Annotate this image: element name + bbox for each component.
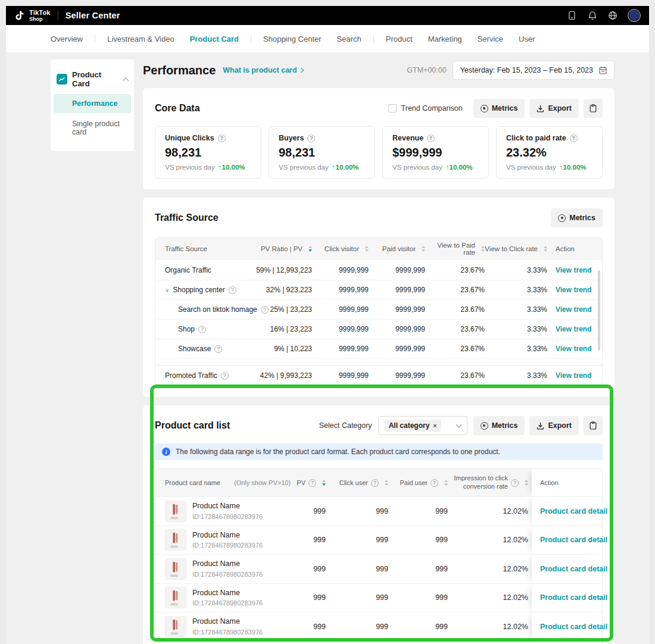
traffic-source-name: Organic Traffic: [165, 266, 211, 274]
col-action: Action: [532, 469, 602, 496]
nav-item[interactable]: Product: [386, 35, 413, 43]
nav-item[interactable]: [251, 35, 251, 43]
change-badge: ↑10.00%: [219, 164, 245, 171]
view-to-click-value: 3.33%: [485, 371, 547, 380]
help-icon[interactable]: ?: [214, 345, 222, 353]
core-data-panel: Core Data Trend Comparison Metrics Expor…: [143, 88, 615, 189]
paid-visitor-value: 9999,999: [369, 266, 425, 274]
sidebar-item[interactable]: Performance: [54, 94, 131, 113]
col-paid-visitor[interactable]: Paid visitor: [369, 245, 425, 252]
help-icon[interactable]: ?: [221, 372, 229, 380]
help-icon[interactable]: [308, 479, 316, 487]
what-is-product-card-link[interactable]: What is product card: [223, 66, 302, 74]
view-trend-link[interactable]: View trend: [556, 345, 591, 353]
view-to-paid-value: 23.67%: [425, 286, 485, 294]
pv-value: 999: [290, 536, 326, 544]
metrics-button[interactable]: Metrics: [551, 208, 603, 227]
traffic-source-name: Promoted Traffic: [165, 371, 217, 380]
help-icon[interactable]: [371, 479, 379, 487]
nav-item[interactable]: [95, 35, 95, 43]
nav-item[interactable]: Marketing: [428, 35, 462, 43]
help-icon[interactable]: [307, 135, 315, 142]
product-card-list-panel: Product card list Select Category All ca…: [143, 405, 615, 644]
product-row: Product Name ID:17284678980283976 999 99…: [155, 641, 602, 644]
view-trend-link[interactable]: View trend: [556, 286, 591, 294]
promoted-traffic-row: Promoted Traffic ? 42% | 9,993,223 9999,…: [155, 365, 602, 386]
help-icon[interactable]: ?: [203, 365, 211, 365]
traffic-table: Traffic Source PV Ratio | PV Click visit…: [155, 237, 603, 386]
nav-item[interactable]: Shopping Center: [263, 35, 322, 43]
impression-rate-value: 12.02%: [448, 507, 528, 515]
help-icon[interactable]: [511, 479, 519, 487]
click-visitor-value: 9999,999: [312, 364, 369, 365]
device-icon[interactable]: [567, 11, 577, 21]
tag-close-icon[interactable]: ×: [433, 422, 436, 429]
col-pv[interactable]: PV: [290, 479, 326, 487]
col-paid-user[interactable]: Paid user: [388, 479, 448, 487]
col-click-user[interactable]: Click user: [326, 479, 388, 487]
col-view-to-paid[interactable]: View to Paid rate: [425, 242, 485, 256]
help-icon[interactable]: [431, 479, 438, 487]
chevron-right-icon: [298, 68, 303, 73]
nav-item[interactable]: Search: [337, 35, 361, 43]
col-pv-ratio[interactable]: PV Ratio | PV: [244, 245, 312, 252]
trend-comparison-checkbox[interactable]: Trend Comparison: [388, 104, 463, 112]
help-icon[interactable]: [427, 135, 435, 142]
globe-icon[interactable]: [607, 11, 617, 21]
pv-ratio-value: 25% | 23,223: [244, 305, 312, 314]
product-card-detail-link[interactable]: Product card detail: [540, 536, 607, 544]
bell-icon[interactable]: [587, 11, 597, 21]
col-impression-rate[interactable]: Impression to click conversion rate: [448, 474, 528, 491]
view-trend-link[interactable]: View trend: [556, 364, 591, 365]
traffic-source-name: Others: [178, 364, 199, 365]
expand-caret-icon[interactable]: ∨: [165, 287, 169, 293]
metric-value: 23.32%: [506, 146, 592, 160]
category-dropdown[interactable]: All category×: [378, 416, 467, 435]
view-to-click-value: 3.33%: [485, 325, 547, 333]
sidebar-item[interactable]: Single product card: [54, 114, 131, 142]
sidebar-section-product-card[interactable]: Product Card: [51, 65, 134, 93]
product-card-detail-link[interactable]: Product card detail: [540, 565, 607, 573]
export-button[interactable]: Export: [529, 416, 579, 435]
view-trend-link[interactable]: View trend: [556, 371, 591, 380]
nav-item[interactable]: Product Card: [190, 35, 239, 43]
copy-board-button[interactable]: [584, 416, 603, 435]
date-range-picker[interactable]: Yesterday: Feb 15, 2023 – Feb 15, 2023: [453, 61, 615, 80]
col-click-visitor[interactable]: Click visitor: [312, 245, 369, 252]
metrics-button[interactable]: Metrics: [473, 99, 525, 118]
pv-ratio-value: 32% | 923,223: [244, 286, 312, 294]
content-area: Product Card Performance Single product …: [6, 52, 649, 644]
help-icon[interactable]: ?: [229, 286, 236, 294]
chevron-down-icon: [456, 422, 461, 428]
metric-card: Unique Clicks 98,231 VS previous day↑10.…: [155, 126, 261, 179]
paid-visitor-value: 9999,999: [369, 286, 425, 294]
nav-item[interactable]: Livestream & Video: [107, 35, 174, 43]
chart-icon: [57, 74, 67, 85]
view-trend-link[interactable]: View trend: [556, 305, 591, 314]
nav-item[interactable]: Overview: [51, 35, 83, 43]
nav-item[interactable]: [373, 35, 374, 43]
product-card-detail-link[interactable]: Product card detail: [540, 507, 607, 515]
view-trend-link[interactable]: View trend: [556, 325, 591, 333]
pv-value: 999: [290, 623, 326, 631]
nav-item[interactable]: User: [519, 35, 535, 43]
metrics-button[interactable]: Metrics: [473, 416, 525, 435]
product-id: ID:17284678980283976: [192, 541, 263, 549]
pv-value: 999: [290, 507, 326, 515]
checkbox-icon[interactable]: [388, 104, 397, 112]
impression-rate-value: 12.02%: [448, 623, 528, 631]
help-icon[interactable]: [218, 135, 226, 142]
help-icon[interactable]: [570, 135, 578, 142]
pv-ratio-value: 59% | 12,993,223: [244, 266, 312, 274]
col-view-to-click[interactable]: View to Click rate: [485, 245, 547, 252]
help-icon[interactable]: ?: [198, 326, 206, 333]
metric-card: Click to paid rate 23.32% VS previous da…: [496, 126, 603, 179]
copy-board-button[interactable]: [584, 99, 603, 118]
export-button[interactable]: Export: [529, 99, 579, 118]
product-card-detail-link[interactable]: Product card detail: [540, 623, 607, 631]
product-card-detail-link[interactable]: Product card detail: [540, 593, 607, 602]
nav-item[interactable]: Service: [478, 35, 503, 43]
view-trend-link[interactable]: View trend: [556, 266, 591, 274]
avatar[interactable]: [628, 9, 641, 22]
table-scrollbar[interactable]: [598, 270, 600, 351]
